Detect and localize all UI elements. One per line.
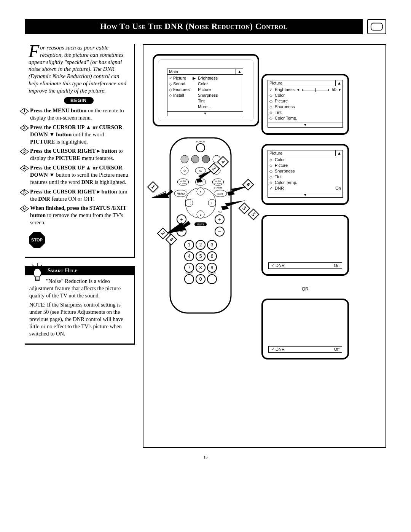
left-column: F or reasons such as poor cable receptio… (25, 44, 135, 448)
svg-text:MENU: MENU (177, 192, 185, 195)
svg-text:〈: 〈 (188, 201, 191, 205)
svg-text:MUTE: MUTE (197, 223, 204, 226)
svg-text:3: 3 (211, 242, 213, 248)
tv-screen-picture-brightness: Picture▲ ✓Brightness◀50▶◇Color◇Picture◇S… (261, 74, 349, 135)
svg-text:POWER: POWER (196, 141, 205, 143)
page-number: 15 (25, 455, 386, 459)
svg-point-20 (196, 144, 205, 152)
tv-screen-picture-dnr: Picture▲ ◇Color◇Picture◇Sharpness◇Tint◇C… (261, 144, 349, 205)
title-bar: How To Use The DNR (Noise Reduction) Con… (25, 19, 386, 34)
step-1: 1 Press the MENU button on the remote to… (29, 107, 129, 121)
intro-text: F or reasons such as poor cable receptio… (29, 44, 129, 94)
dropcap: F (29, 44, 40, 58)
tv-screen-dnr-off: ✓ DNR Off (261, 299, 349, 359)
svg-text:5: 5 (199, 254, 202, 259)
svg-text:2: 2 (199, 242, 202, 248)
svg-text:STATUS: STATUS (214, 187, 223, 189)
begin-badge: BEGIN (64, 97, 94, 104)
svg-text:0: 0 (199, 276, 202, 282)
svg-text:9: 9 (211, 265, 213, 270)
instructions-card: F or reasons such as poor cable receptio… (25, 44, 135, 258)
svg-text:CLOCK: CLOCK (208, 272, 216, 274)
svg-text:∧: ∧ (199, 190, 202, 194)
step-5: 5 Press the CURSOR RIGHT ▸ button turn t… (29, 188, 129, 203)
svg-text:7: 7 (188, 265, 191, 270)
osd-picture-dnr: Picture▲ ◇Color◇Picture◇Sharpness◇Tint◇C… (268, 150, 343, 198)
svg-text:6: 6 (211, 254, 213, 259)
svg-text:1: 1 (188, 242, 191, 248)
svg-point-23 (202, 155, 210, 163)
step-4: 4 Press the CURSOR UP ▲ or CURSOR DOWN ▼… (29, 164, 129, 186)
svg-point-22 (191, 155, 199, 163)
svg-rect-15 (35, 277, 39, 281)
tv-screen-dnr-on: ✓ DNR On (261, 215, 349, 276)
page-title: How To Use The DNR (Noise Reduction) Con… (25, 19, 363, 34)
svg-rect-0 (371, 23, 383, 30)
svg-text:〉: 〉 (210, 201, 214, 205)
stop-icon: STOP (29, 232, 129, 250)
step-6: 6 When finished, press the STATUS /EXIT … (29, 204, 129, 226)
smart-help-card: Smart Help "Noise" Reduction is a video … (25, 266, 135, 345)
svg-line-11 (40, 265, 42, 267)
osd-picture-brightness: Picture▲ ✓Brightness◀50▶◇Color◇Picture◇S… (268, 80, 343, 128)
svg-text:∨: ∨ (199, 213, 202, 217)
svg-point-14 (33, 268, 41, 278)
step-2: 2 Press the CURSOR UP ▲ or CURSOR DOWN ▼… (29, 124, 129, 145)
smart-help-heading: Smart Help (25, 266, 134, 275)
svg-line-10 (32, 265, 34, 267)
svg-text:STOP: STOP (31, 238, 43, 242)
or-label: OR (261, 286, 349, 292)
svg-line-12 (30, 269, 33, 270)
svg-text:4: 4 (188, 254, 191, 259)
svg-text:8: 8 (199, 265, 202, 270)
svg-text:−: − (218, 228, 221, 235)
smart-help-p2: NOTE: If the Sharpness control setting i… (29, 301, 130, 337)
svg-point-84 (207, 275, 217, 284)
tv-screen-main: Main▲ ✓Picture▶Brightness◇SoundColor◇Fea… (153, 54, 259, 126)
manual-page: How To Use The DNR (Noise Reduction) Con… (0, 0, 411, 471)
dnr-status-on: ✓ DNR On (268, 262, 342, 269)
callout-5: 5 (247, 208, 259, 220)
svg-text:☺: ☺ (183, 169, 186, 173)
svg-text:SOUND: SOUND (180, 182, 186, 185)
svg-text:SLEEP: SLEEP (185, 272, 193, 274)
svg-point-21 (181, 155, 188, 163)
svg-line-13 (41, 269, 44, 270)
osd-main: Main▲ ✓Picture▶Brightness◇SoundColor◇Fea… (167, 69, 243, 116)
svg-text:EXIT: EXIT (217, 192, 223, 195)
lightbulb-icon (30, 263, 45, 284)
right-illustration: Main▲ ✓Picture▶Brightness◇SoundColor◇Fea… (143, 44, 386, 448)
svg-text:+: + (218, 217, 221, 222)
svg-point-83 (185, 275, 194, 284)
tv-icon (367, 19, 386, 34)
dnr-status-off: ✓ DNR Off (268, 346, 342, 353)
step-3: 3 Press the CURSOR RIGHT ▸ button to dis… (29, 147, 129, 162)
